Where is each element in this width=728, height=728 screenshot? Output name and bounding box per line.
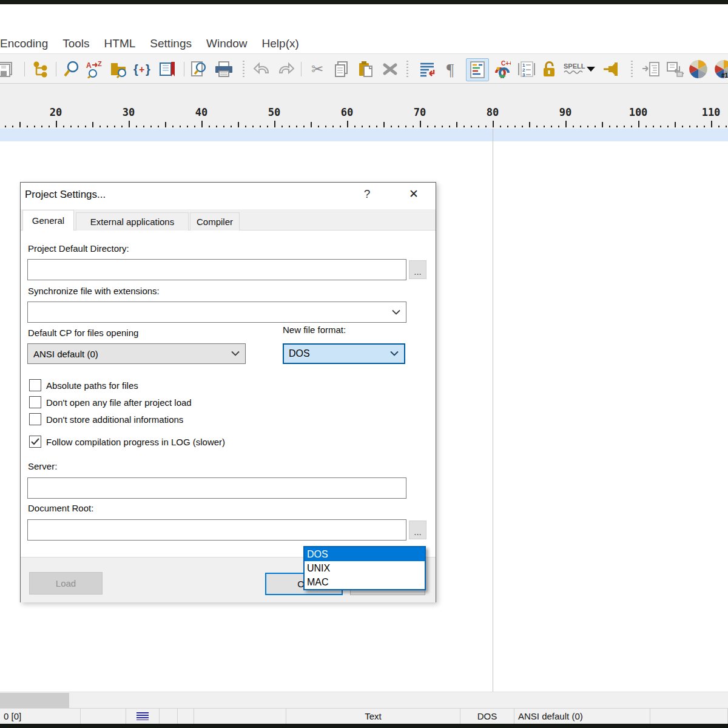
- word-wrap-icon[interactable]: [417, 59, 437, 79]
- dialog-close-button[interactable]: ✕: [403, 187, 425, 205]
- svg-text:C++: C++: [501, 60, 511, 67]
- ruler-tick: [129, 121, 130, 127]
- project-settings-dialog: Project Settings... ? ✕ General External…: [20, 182, 436, 602]
- ruler-tick: [493, 121, 494, 127]
- ruler-number: 90: [559, 106, 571, 118]
- ruler-tick: [638, 121, 639, 127]
- load-button[interactable]: Load: [29, 572, 103, 595]
- ruler-tick: [667, 126, 669, 127]
- search-icon[interactable]: [62, 59, 81, 79]
- ruler-tick: [573, 126, 574, 127]
- toolbar-grip[interactable]: [243, 61, 244, 78]
- doc-root-input[interactable]: [27, 519, 406, 541]
- unlock-file-icon[interactable]: [539, 59, 559, 79]
- menu-item-tools[interactable]: Tools: [62, 37, 89, 50]
- horizontal-scrollbar-thumb[interactable]: [0, 693, 69, 708]
- project-dir-input[interactable]: [27, 259, 406, 280]
- ruler-tick: [398, 126, 399, 127]
- menu-bar: EncodingToolsHTMLSettingsWindowHelp(x): [0, 33, 728, 53]
- ruler-tick: [449, 126, 450, 127]
- ruler-tick: [216, 126, 217, 127]
- ruler-tick: [544, 126, 545, 127]
- toolbar-separator: [24, 62, 25, 76]
- ruler-tick: [172, 126, 174, 127]
- svg-text:+: +: [139, 64, 144, 75]
- delete-icon[interactable]: [380, 59, 400, 79]
- project-dir-browse-button[interactable]: ...: [409, 260, 426, 279]
- line-numbers-icon[interactable]: 123: [516, 59, 536, 79]
- cpp-script-icon[interactable]: C++: [491, 59, 511, 79]
- redo-icon[interactable]: [275, 59, 294, 79]
- menu-item-encoding[interactable]: Encoding: [0, 37, 48, 50]
- default-cp-combobox[interactable]: ANSI default (0): [27, 343, 246, 364]
- checkbox-unchecked[interactable]: [29, 413, 41, 425]
- tab-general[interactable]: General: [22, 210, 74, 231]
- ruler-tick: [281, 126, 283, 127]
- ruler-tick: [12, 126, 13, 127]
- menu-item-window[interactable]: Window: [206, 37, 248, 50]
- ruler-tick: [529, 122, 530, 127]
- doc-root-browse-button[interactable]: ...: [409, 521, 426, 539]
- status-panel-ansi-default-0: ANSI default (0): [514, 709, 650, 724]
- project-tree-icon[interactable]: [30, 59, 50, 79]
- code-explorer-book-icon[interactable]: [158, 59, 177, 79]
- menu-item-settings[interactable]: Settings: [150, 37, 192, 50]
- ruler-tick: [267, 126, 268, 127]
- copy-icon[interactable]: [332, 59, 351, 79]
- dropdown-option-unix[interactable]: UNIX: [305, 561, 425, 575]
- cut-icon[interactable]: ✂: [308, 59, 327, 79]
- code-format-icon[interactable]: [665, 59, 684, 79]
- menu-item-helpx[interactable]: Help(x): [262, 37, 299, 50]
- checkbox-row: Follow compilation progress in LOG (slow…: [29, 436, 225, 448]
- ruler-tick: [595, 126, 596, 127]
- pin-icon[interactable]: [602, 59, 621, 79]
- toolbar-grip[interactable]: [406, 61, 408, 78]
- toolbar-grip[interactable]: [631, 61, 633, 78]
- dialog-title-bar[interactable]: Project Settings... ? ✕: [21, 183, 436, 209]
- tab-external-applications[interactable]: External applications: [76, 212, 189, 231]
- dropdown-option-dos[interactable]: DOS: [305, 547, 425, 561]
- color-palette-icon[interactable]: [688, 59, 707, 79]
- undo-icon[interactable]: [252, 59, 272, 79]
- checkbox-unchecked[interactable]: [29, 379, 41, 391]
- search-a-to-z-icon[interactable]: AZ: [85, 59, 104, 79]
- checkbox-checked[interactable]: [29, 436, 41, 448]
- menu-item-html[interactable]: HTML: [104, 37, 136, 50]
- dropdown-option-mac[interactable]: MAC: [305, 575, 425, 589]
- server-input[interactable]: [27, 477, 406, 499]
- checkbox-unchecked[interactable]: [29, 396, 41, 408]
- spell-check-menu-icon[interactable]: [584, 59, 598, 79]
- show-paragraph-marks-icon[interactable]: ¶: [443, 59, 463, 79]
- ruler-tick: [56, 121, 57, 127]
- print-preview-icon[interactable]: [189, 59, 208, 79]
- ruler-tick: [136, 126, 137, 127]
- sync-ext-combobox[interactable]: [27, 302, 406, 323]
- status-panel-0-0: 0 [0]: [0, 709, 81, 724]
- ruler-tick: [150, 126, 152, 127]
- print-icon[interactable]: [214, 59, 233, 79]
- svg-text:{: {: [133, 62, 138, 76]
- syntax-highlighting-icon[interactable]: [466, 58, 489, 81]
- status-bar: 0 [0]TextDOSANSI default (0): [0, 708, 728, 724]
- ruler-tick: [303, 126, 305, 127]
- color-palette-numbered-icon[interactable]: #1: [713, 59, 728, 79]
- window-top-strip: [0, 0, 728, 4]
- horizontal-scrollbar[interactable]: [0, 692, 728, 708]
- tab-compiler[interactable]: Compiler: [190, 212, 240, 231]
- ruler-tick: [354, 126, 356, 127]
- reformat-indent-icon[interactable]: [641, 59, 660, 79]
- paste-icon[interactable]: [356, 59, 376, 79]
- new-format-combobox[interactable]: DOS: [283, 343, 405, 364]
- ruler-tick: [522, 126, 523, 127]
- ruler-tick: [180, 126, 181, 127]
- dialog-help-button[interactable]: ?: [358, 187, 376, 204]
- ruler-tick: [340, 126, 341, 127]
- code-braces-icon[interactable]: {}+: [133, 59, 152, 79]
- save-all-icon[interactable]: [0, 59, 15, 79]
- svg-text:A: A: [86, 61, 92, 70]
- ruler-tick: [471, 126, 472, 127]
- checkbox-row: Don't open any file after project load: [29, 396, 192, 408]
- ruler-tick: [726, 126, 727, 127]
- search-in-folder-icon[interactable]: [109, 59, 129, 79]
- ruler-tick: [5, 126, 6, 127]
